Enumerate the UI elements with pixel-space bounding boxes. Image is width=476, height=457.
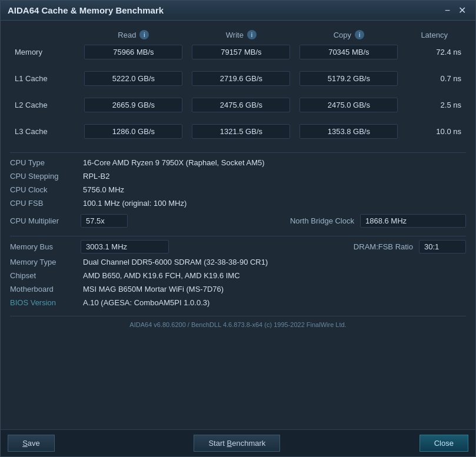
latency-column-header: Latency	[421, 31, 448, 39]
table-row: L2 Cache 2665.9 GB/s 2475.6 GB/s 2475.0 …	[10, 95, 466, 115]
copy-column-header: Copy	[334, 31, 351, 39]
read-cell-1: 5222.0 GB/s	[79, 68, 187, 89]
write-cell-0: 79157 MB/s	[187, 42, 295, 62]
cpu-stepping-label: CPU Stepping	[10, 170, 81, 182]
cpu-type-value: 16-Core AMD Ryzen 9 7950X (Raphael, Sock…	[81, 156, 466, 169]
row-label-3: L3 Cache	[10, 121, 79, 142]
title-bar: AIDA64 Cache & Memory Benchmark − ✕	[1, 1, 475, 21]
copy-cell-2: 2475.0 GB/s	[295, 95, 402, 115]
row-label-0: Memory	[10, 42, 79, 62]
write-cell-1: 2719.6 GB/s	[187, 68, 295, 89]
table-row: L3 Cache 1286.0 GB/s 1321.5 GB/s 1353.8 …	[10, 121, 466, 142]
chipset-label: Chipset	[10, 269, 81, 282]
memory-bus-value: 3003.1 MHz	[81, 240, 169, 253]
latency-cell-0: 72.4 ns	[402, 42, 466, 62]
write-column-header: Write	[226, 31, 244, 39]
read-cell-0: 75966 MB/s	[79, 42, 187, 62]
write-cell-2: 2475.6 GB/s	[187, 95, 295, 115]
dram-ratio-label: DRAM:FSB Ratio	[169, 242, 419, 251]
bios-value: A.10 (AGESA: ComboAM5PI 1.0.0.3)	[81, 296, 466, 309]
table-row: L1 Cache 5222.0 GB/s 2719.6 GB/s 5179.2 …	[10, 68, 466, 89]
chipset-value: AMD B650, AMD K19.6 FCH, AMD K19.6 IMC	[81, 269, 466, 282]
motherboard-value: MSI MAG B650M Mortar WiFi (MS-7D76)	[81, 283, 466, 295]
cpu-fsb-label: CPU FSB	[10, 197, 81, 209]
memory-bus-label: Memory Bus	[10, 241, 81, 253]
copy-cell-0: 70345 MB/s	[295, 42, 402, 62]
cpu-multiplier-label: CPU Multiplier	[10, 215, 81, 227]
divider-1	[10, 152, 466, 153]
write-info-icon[interactable]: i	[247, 30, 257, 39]
row-label-2: L2 Cache	[10, 95, 79, 115]
read-cell-2: 2665.9 GB/s	[79, 95, 187, 115]
cpu-info-section: CPU Type 16-Core AMD Ryzen 9 7950X (Raph…	[10, 156, 466, 209]
close-button-bar[interactable]: Close	[420, 435, 468, 452]
latency-cell-2: 2.5 ns	[402, 95, 466, 115]
main-content: Read i Write i Copy i	[1, 21, 475, 429]
read-info-icon[interactable]: i	[139, 30, 149, 39]
table-row: Memory 75966 MB/s 79157 MB/s 70345 MB/s …	[10, 42, 466, 62]
copy-cell-1: 5179.2 GB/s	[295, 68, 402, 89]
latency-cell-3: 10.0 ns	[402, 121, 466, 142]
cpu-multiplier-value: 57.5x	[81, 214, 128, 228]
motherboard-label: Motherboard	[10, 283, 81, 295]
write-cell-3: 1321.5 GB/s	[187, 121, 295, 142]
memory-type-label: Memory Type	[10, 256, 81, 268]
minimize-button[interactable]: −	[442, 6, 452, 15]
footer-text: AIDA64 v6.80.6200 / BenchDLL 4.6.873.8-x…	[10, 316, 466, 331]
divider-2	[10, 236, 466, 236]
cpu-stepping-value: RPL-B2	[81, 170, 466, 182]
cpu-type-label: CPU Type	[10, 156, 81, 169]
read-column-header: Read	[118, 31, 136, 39]
window-title: AIDA64 Cache & Memory Benchmark	[8, 5, 164, 15]
bios-label: BIOS Version	[10, 296, 81, 309]
copy-info-icon[interactable]: i	[355, 30, 364, 39]
close-button[interactable]: ✕	[456, 6, 468, 15]
cpu-clock-label: CPU Clock	[10, 184, 81, 196]
latency-cell-1: 0.7 ns	[402, 68, 466, 89]
memory-info-section: Memory Type Dual Channel DDR5-6000 SDRAM…	[10, 256, 466, 309]
nb-clock-label: North Bridge Clock	[163, 216, 360, 225]
save-button[interactable]: Save	[8, 435, 55, 452]
cpu-fsb-value: 100.1 MHz (original: 100 MHz)	[81, 197, 466, 209]
window-controls: − ✕	[442, 6, 468, 15]
nb-clock-value: 1868.6 MHz	[360, 214, 466, 228]
dram-ratio-value: 30:1	[419, 240, 466, 253]
cpu-clock-value: 5756.0 MHz	[81, 184, 466, 196]
row-label-1: L1 Cache	[10, 68, 79, 89]
copy-cell-3: 1353.8 GB/s	[295, 121, 402, 142]
benchmark-table: Read i Write i Copy i	[10, 28, 466, 142]
start-benchmark-button[interactable]: Start Benchmark	[194, 435, 280, 452]
main-window: AIDA64 Cache & Memory Benchmark − ✕ Read…	[0, 0, 476, 457]
button-bar: Save Start Benchmark Close	[1, 429, 475, 456]
read-cell-3: 1286.0 GB/s	[79, 121, 187, 142]
memory-type-value: Dual Channel DDR5-6000 SDRAM (32-38-38-9…	[81, 256, 466, 268]
